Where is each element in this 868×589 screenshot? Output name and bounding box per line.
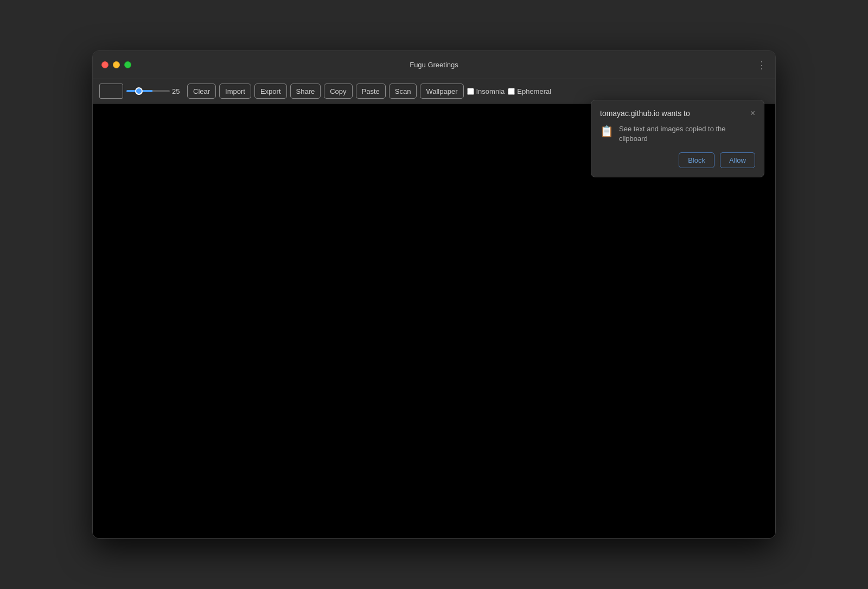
app-window: Fugu Greetings ⋮ 25 Clear Import Export …: [92, 50, 776, 539]
ephemeral-checkbox[interactable]: [508, 88, 515, 95]
size-preview-box: [99, 84, 123, 99]
minimize-button[interactable]: [113, 61, 120, 68]
size-slider[interactable]: [126, 90, 170, 92]
three-dots-icon: ⋮: [757, 60, 767, 71]
share-button[interactable]: Share: [290, 84, 321, 99]
block-button[interactable]: Block: [679, 152, 714, 168]
desktop: Fugu Greetings ⋮ 25 Clear Import Export …: [0, 0, 868, 589]
paste-button[interactable]: Paste: [356, 84, 386, 99]
insomnia-checkbox[interactable]: [467, 88, 474, 95]
close-button[interactable]: [101, 61, 108, 68]
title-bar: Fugu Greetings ⋮: [93, 51, 775, 79]
clipboard-icon: 📋: [600, 125, 614, 138]
clear-button[interactable]: Clear: [187, 84, 216, 99]
maximize-button[interactable]: [124, 61, 131, 68]
insomnia-label[interactable]: Insomnia: [467, 87, 505, 95]
slider-container: 25: [126, 87, 184, 95]
wallpaper-button[interactable]: Wallpaper: [420, 84, 463, 99]
slider-value: 25: [172, 87, 184, 95]
menu-button[interactable]: ⋮: [757, 59, 767, 71]
ephemeral-text: Ephemeral: [517, 87, 551, 95]
popup-body: 📋 See text and images copied to the clip…: [600, 124, 755, 144]
clipboard-permission-popup: tomayac.github.io wants to × 📋 See text …: [591, 100, 764, 177]
ephemeral-label[interactable]: Ephemeral: [508, 87, 551, 95]
popup-header: tomayac.github.io wants to ×: [600, 109, 755, 118]
scan-button[interactable]: Scan: [389, 84, 417, 99]
traffic-lights: [101, 61, 131, 68]
import-button[interactable]: Import: [219, 84, 251, 99]
popup-close-button[interactable]: ×: [750, 109, 755, 118]
export-button[interactable]: Export: [254, 84, 287, 99]
window-title: Fugu Greetings: [410, 61, 458, 69]
popup-message: See text and images copied to the clipbo…: [619, 124, 755, 144]
allow-button[interactable]: Allow: [720, 152, 755, 168]
popup-title: tomayac.github.io wants to: [600, 109, 690, 118]
copy-button[interactable]: Copy: [324, 84, 352, 99]
insomnia-text: Insomnia: [476, 87, 505, 95]
popup-actions: Block Allow: [600, 152, 755, 168]
